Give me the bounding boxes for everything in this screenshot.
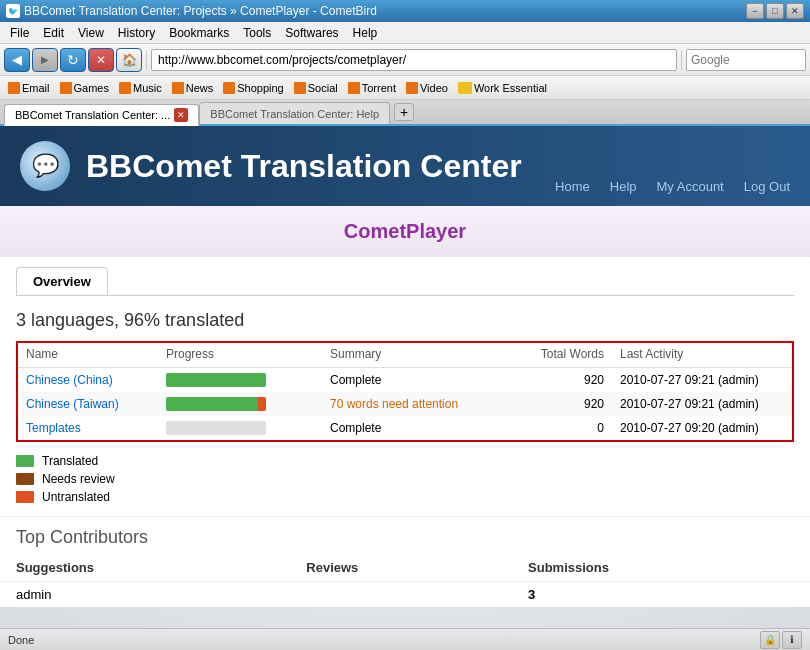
- stop-button[interactable]: ✕: [88, 48, 114, 72]
- col-progress: Progress: [158, 343, 322, 368]
- table-header-row: Name Progress Summary Total Words Last A…: [18, 343, 792, 368]
- tab-close-active[interactable]: ✕: [174, 108, 188, 122]
- menu-history[interactable]: History: [112, 24, 161, 42]
- bookmark-shopping[interactable]: Shopping: [219, 81, 288, 95]
- tab-active[interactable]: BBComet Translation Center: ... ✕: [4, 104, 199, 126]
- toolbar-separator-2: [681, 50, 682, 70]
- address-bar[interactable]: [151, 49, 677, 71]
- lang-progress-cell: [158, 392, 322, 416]
- lang-words-cell: 920: [522, 392, 612, 416]
- contributor-name: admin: [0, 582, 290, 608]
- search-box[interactable]: [686, 49, 806, 71]
- refresh-button[interactable]: ↻: [60, 48, 86, 72]
- window-controls: − □ ✕: [746, 3, 804, 19]
- legend-label-translated: Translated: [42, 454, 98, 468]
- rss-icon-social: [294, 82, 306, 94]
- lang-activity-cell: 2010-07-27 09:21 (admin): [612, 392, 792, 416]
- col-lastactivity: Last Activity: [612, 343, 792, 368]
- security-icon: 🔒: [760, 631, 780, 649]
- status-text: Done: [8, 634, 34, 646]
- menu-view[interactable]: View: [72, 24, 110, 42]
- table-row: Chinese (Taiwan)70 words need attention9…: [18, 392, 792, 416]
- nav-myaccount[interactable]: My Account: [657, 179, 724, 194]
- window-title: BBComet Translation Center: Projects » C…: [24, 4, 377, 18]
- contributor-row: admin3: [0, 582, 810, 608]
- logo-speech-bubble: 💬: [32, 153, 59, 179]
- tab-active-label: BBComet Translation Center: ...: [15, 109, 170, 121]
- lang-summary-cell: Complete: [322, 416, 522, 440]
- lang-name-cell[interactable]: Chinese (Taiwan): [18, 392, 158, 416]
- lang-progress-cell: [158, 368, 322, 393]
- minimize-button[interactable]: −: [746, 3, 764, 19]
- lang-name-cell[interactable]: Chinese (China): [18, 368, 158, 393]
- menu-help[interactable]: Help: [347, 24, 384, 42]
- folder-icon-work: [458, 82, 472, 94]
- rss-icon-music: [119, 82, 131, 94]
- maximize-button[interactable]: □: [766, 3, 784, 19]
- info-icon: ℹ: [782, 631, 802, 649]
- lang-activity-cell: 2010-07-27 09:21 (admin): [612, 368, 792, 393]
- col-submissions: Submissions: [512, 554, 810, 582]
- contributors-table: Suggestions Reviews Submissions admin3: [0, 554, 810, 607]
- menu-tools[interactable]: Tools: [237, 24, 277, 42]
- menu-edit[interactable]: Edit: [37, 24, 70, 42]
- forward-button[interactable]: ▶: [32, 48, 58, 72]
- lang-name-cell[interactable]: Templates: [18, 416, 158, 440]
- contributors-header-row: Suggestions Reviews Submissions: [0, 554, 810, 582]
- app-icon: 🐦: [6, 4, 20, 18]
- toolbar: ◀ ▶ ↻ ✕ 🏠: [0, 44, 810, 76]
- bookmark-email[interactable]: Email: [4, 81, 54, 95]
- nav-home[interactable]: Home: [555, 179, 590, 194]
- bookmarks-bar: Email Games Music News Shopping Social T…: [0, 76, 810, 100]
- bookmark-social[interactable]: Social: [290, 81, 342, 95]
- contributors-title: Top Contributors: [0, 516, 810, 554]
- home-button[interactable]: 🏠: [116, 48, 142, 72]
- languages-section: Name Progress Summary Total Words Last A…: [16, 341, 794, 442]
- lang-name-link[interactable]: Chinese (Taiwan): [26, 397, 119, 411]
- tab-area: Overview: [0, 257, 810, 295]
- lang-words-cell: 920: [522, 368, 612, 393]
- legend-color-review: [16, 473, 34, 485]
- header-nav: Home Help My Account Log Out: [555, 179, 790, 194]
- bookmark-torrent[interactable]: Torrent: [344, 81, 400, 95]
- close-button[interactable]: ✕: [786, 3, 804, 19]
- back-button[interactable]: ◀: [4, 48, 30, 72]
- lang-words-cell: 0: [522, 416, 612, 440]
- bookmark-video[interactable]: Video: [402, 81, 452, 95]
- bookmark-work[interactable]: Work Essential: [454, 81, 551, 95]
- nav-logout[interactable]: Log Out: [744, 179, 790, 194]
- legend-color-untranslated: [16, 491, 34, 503]
- lang-name-link[interactable]: Templates: [26, 421, 81, 435]
- legend-color-translated: [16, 455, 34, 467]
- overview-tab[interactable]: Overview: [16, 267, 108, 295]
- contributor-submissions: 3: [512, 582, 810, 608]
- site-header: 💬 BBComet Translation Center Home Help M…: [0, 126, 810, 206]
- status-bar: Done 🔒 ℹ: [0, 628, 810, 650]
- tab-inactive-label: BBComet Translation Center: Help: [210, 108, 379, 120]
- col-reviews: Reviews: [290, 554, 512, 582]
- menu-softwares[interactable]: Softwares: [279, 24, 344, 42]
- table-row: TemplatesComplete02010-07-27 09:20 (admi…: [18, 416, 792, 440]
- menu-file[interactable]: File: [4, 24, 35, 42]
- menu-bookmarks[interactable]: Bookmarks: [163, 24, 235, 42]
- table-row: Chinese (China)Complete9202010-07-27 09:…: [18, 368, 792, 393]
- bookmark-games[interactable]: Games: [56, 81, 113, 95]
- contributor-reviews: [290, 582, 512, 608]
- progress-translated-bar: [166, 397, 258, 411]
- languages-table: Name Progress Summary Total Words Last A…: [18, 343, 792, 440]
- nav-help[interactable]: Help: [610, 179, 637, 194]
- lang-name-link[interactable]: Chinese (China): [26, 373, 113, 387]
- bookmark-music[interactable]: Music: [115, 81, 166, 95]
- content-wrapper: CometPlayer Overview 3 languages, 96% tr…: [0, 206, 810, 607]
- rss-icon-news: [172, 82, 184, 94]
- rss-icon-games: [60, 82, 72, 94]
- toolbar-separator: [146, 50, 147, 70]
- project-name: CometPlayer: [0, 206, 810, 257]
- tab-inactive[interactable]: BBComet Translation Center: Help: [199, 102, 390, 124]
- bookmark-news[interactable]: News: [168, 81, 218, 95]
- logo-icon: 💬: [20, 141, 70, 191]
- new-tab-button[interactable]: +: [394, 103, 414, 121]
- stats-text: 3 languages, 96% translated: [0, 296, 810, 341]
- col-name: Name: [18, 343, 158, 368]
- lang-progress-cell: [158, 416, 322, 440]
